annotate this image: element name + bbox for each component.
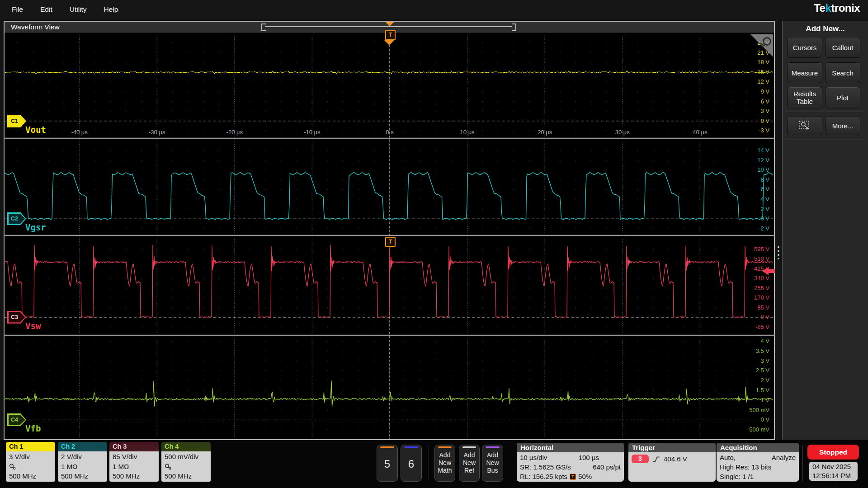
channel-scale: 85 V/div bbox=[113, 452, 156, 462]
tektronix-logo: Tektronix bbox=[814, 2, 860, 14]
probe-icon bbox=[9, 463, 16, 470]
channel-coupling bbox=[9, 462, 52, 472]
trigger-position-badge[interactable]: T bbox=[385, 30, 396, 40]
time-label: 12:56:14 PM bbox=[812, 471, 858, 480]
add-plot-button[interactable]: Plot bbox=[825, 87, 860, 108]
acquisition-panel-title: Acquisition bbox=[717, 443, 799, 452]
sample-rate: SR: 1.5625 GS/s bbox=[520, 462, 571, 472]
trigger-source-pill: 3 bbox=[632, 455, 649, 463]
pan-zoom-right-bracket-icon[interactable] bbox=[512, 23, 516, 31]
add-new-math-button[interactable]: AddNewMath bbox=[434, 445, 455, 482]
zoom-select-icon bbox=[798, 120, 811, 131]
horizontal-position: 50% bbox=[578, 472, 592, 481]
waveform-slot-6-button[interactable]: 6 bbox=[401, 445, 422, 482]
channel-impedance: 1 MΩ bbox=[113, 462, 156, 472]
channel-bandwidth: 500 MHz bbox=[113, 471, 156, 481]
channel-badge-ch2[interactable]: Ch 2 2 V/div 1 MΩ 500 MHz bbox=[58, 442, 107, 482]
panel-divider bbox=[785, 112, 865, 112]
trigger-panel[interactable]: Trigger 3 404.6 V bbox=[628, 443, 716, 482]
channel-badge-ch3[interactable]: Ch 3 85 V/div 1 MΩ 500 MHz bbox=[109, 442, 159, 482]
channel-badge-ch1[interactable]: Ch 1 3 V/div 500 MHz bbox=[6, 442, 55, 482]
bottom-bar-divider bbox=[802, 446, 803, 481]
add-new-bus-button[interactable]: AddNewBus bbox=[482, 445, 503, 482]
channel-marker-c2[interactable]: C2 bbox=[7, 212, 26, 225]
trigger-level: 404.6 V bbox=[664, 454, 687, 464]
add-new-ref-button[interactable]: AddNewRef bbox=[459, 445, 480, 482]
channel-bandwidth: 500 MHz bbox=[9, 471, 52, 481]
probe-icon bbox=[165, 463, 172, 470]
horizontal-panel[interactable]: Horizontal 10 µs/div100 µs SR: 1.5625 GS… bbox=[517, 443, 624, 482]
acquisition-single: Single: 1 /1 bbox=[720, 472, 796, 481]
oscilloscope-screen: File Edit Utility Help Tektronix Wavefor… bbox=[0, 0, 868, 488]
menu-file[interactable]: File bbox=[12, 5, 23, 14]
menu-edit[interactable]: Edit bbox=[40, 5, 52, 14]
horizontal-panel-title: Horizontal bbox=[517, 443, 624, 452]
acquisition-detail: High Res: 13 bits bbox=[720, 462, 796, 472]
channel-bandwidth: 500 MHz bbox=[165, 471, 208, 481]
channel-label-vsw: Vsw bbox=[25, 321, 41, 331]
run-stop-status-button[interactable]: Stopped bbox=[807, 445, 859, 460]
channel-scale: 2 V/div bbox=[61, 452, 104, 462]
date-label: 04 Nov 2025 bbox=[812, 462, 858, 471]
panel-divider bbox=[785, 140, 865, 140]
panel-resize-handle[interactable] bbox=[777, 246, 780, 262]
rising-edge-icon bbox=[652, 455, 660, 463]
menu-help[interactable]: Help bbox=[104, 5, 118, 14]
menu-utility[interactable]: Utility bbox=[70, 5, 87, 14]
channel-badge-title: Ch 2 bbox=[58, 442, 107, 451]
slot-color-stripe bbox=[404, 446, 418, 448]
pan-zoom-left-bracket-icon[interactable] bbox=[261, 23, 266, 31]
magnifier-icon bbox=[763, 37, 771, 46]
waveform-slot-5-button[interactable]: 5 bbox=[377, 445, 398, 482]
add-callout-button[interactable]: Callout bbox=[825, 37, 860, 58]
channel-badge-title: Ch 4 bbox=[161, 442, 211, 451]
channel-marker-c1[interactable]: C1 bbox=[7, 115, 26, 127]
channel-scale: 500 mV/div bbox=[165, 452, 208, 462]
channel-label-vout: Vout bbox=[25, 125, 46, 135]
menu-bar: File Edit Utility Help Tektronix bbox=[0, 0, 868, 19]
horizontal-duration: 100 µs bbox=[579, 453, 599, 462]
horizontal-scale: 10 µs/div bbox=[520, 453, 547, 462]
channel-impedance: 1 MΩ bbox=[61, 462, 104, 472]
add-search-button[interactable]: Search bbox=[825, 62, 860, 83]
add-new-panel: Add New... Cursors Callout Measure Searc… bbox=[782, 21, 868, 440]
sample-resolution: 640 ps/pt bbox=[593, 462, 621, 472]
record-length: RL: 156.25 kpts bbox=[520, 472, 567, 481]
channel-coupling bbox=[165, 462, 208, 472]
channel-bandwidth: 500 MHz bbox=[61, 471, 104, 481]
slot-color-stripe bbox=[462, 446, 476, 448]
add-measure-button[interactable]: Measure bbox=[787, 62, 822, 83]
trigger-position-marker-icon[interactable] bbox=[386, 22, 394, 26]
waveform-view-title: Waveform View bbox=[11, 23, 60, 31]
add-results-table-button[interactable]: Results Table bbox=[787, 87, 822, 108]
acquisition-mode: Auto, bbox=[720, 453, 736, 462]
channel-badge-title: Ch 1 bbox=[6, 442, 55, 451]
waveform-view-frame bbox=[4, 21, 775, 440]
acquisition-analyze: Analyze bbox=[772, 453, 796, 462]
trigger-position-mini-icon: T bbox=[570, 474, 576, 480]
add-new-title: Add New... bbox=[783, 24, 868, 33]
slot-color-stripe bbox=[486, 446, 500, 448]
acquisition-panel[interactable]: Acquisition Auto,Analyze High Res: 13 bi… bbox=[717, 443, 799, 482]
trigger-level-arrow-icon[interactable] bbox=[762, 267, 775, 276]
channel-marker-c4[interactable]: C4 bbox=[7, 413, 26, 426]
channel-scale: 3 V/div bbox=[9, 452, 52, 462]
channel-label-vgsr: Vgsr bbox=[25, 222, 46, 232]
slot-color-stripe bbox=[438, 446, 452, 448]
trigger-source-badge[interactable]: T bbox=[385, 237, 396, 247]
trigger-position-arrow-icon[interactable] bbox=[384, 40, 395, 45]
slot-color-stripe bbox=[380, 446, 394, 448]
channel-badge-title: Ch 3 bbox=[109, 442, 159, 451]
datetime-box[interactable]: 04 Nov 2025 12:56:14 PM bbox=[809, 462, 858, 481]
channel-label-vfb: Vfb bbox=[25, 423, 41, 433]
more-button[interactable]: More... bbox=[825, 116, 860, 135]
channel-badge-ch4[interactable]: Ch 4 500 mV/div 500 MHz bbox=[161, 442, 211, 482]
bottom-settings-bar: Ch 1 3 V/div 500 MHz Ch 2 2 V/div 1 MΩ 5… bbox=[0, 440, 868, 488]
channel-marker-c3[interactable]: C3 bbox=[7, 311, 26, 324]
add-cursors-button[interactable]: Cursors bbox=[787, 37, 822, 58]
trigger-panel-title: Trigger bbox=[628, 443, 716, 452]
horizontal-pan-zoom-bar[interactable] bbox=[265, 26, 512, 27]
bottom-bar-divider bbox=[429, 446, 429, 481]
zoom-select-button[interactable] bbox=[787, 116, 822, 135]
